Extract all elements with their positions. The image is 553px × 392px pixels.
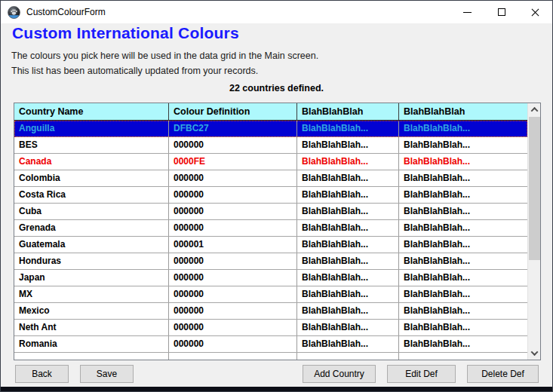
cell-col3[interactable]: BlahBlahBlah... xyxy=(297,237,399,253)
cell-col4[interactable]: BlahBlahBlah... xyxy=(399,187,527,203)
maximize-icon xyxy=(498,8,505,16)
cell-col3[interactable]: BlahBlahBlah... xyxy=(297,320,399,335)
delete-def-button[interactable]: Delete Def xyxy=(467,365,539,383)
chevron-up-icon xyxy=(531,107,539,115)
scrollbar-thumb[interactable] xyxy=(529,117,540,260)
cell-col4[interactable]: BlahBlahBlah... xyxy=(399,121,527,136)
scroll-up-button[interactable] xyxy=(528,103,541,116)
cell-country[interactable]: Romania xyxy=(14,336,169,352)
custom-colour-form-window: CustomColourForm Custom International Co… xyxy=(0,0,553,392)
page-title: Custom International Colours xyxy=(12,24,239,42)
table-row[interactable]: Honduras000000BlahBlahBlah...BlahBlahBla… xyxy=(14,253,527,270)
cell-country[interactable]: MX xyxy=(14,286,169,302)
table-row[interactable]: Guatemala000001BlahBlahBlah...BlahBlahBl… xyxy=(14,237,527,253)
cell-col4[interactable]: BlahBlahBlah... xyxy=(399,137,527,153)
column-header-0[interactable]: Country Name xyxy=(14,103,169,120)
cell-colour_def[interactable]: 000000 xyxy=(169,204,297,219)
cell-colour_def[interactable]: 000000 xyxy=(169,170,297,186)
close-icon xyxy=(531,8,539,17)
cell-country[interactable]: Canada xyxy=(14,154,169,170)
add-country-button[interactable]: Add Country xyxy=(303,365,376,383)
titlebar[interactable]: CustomColourForm xyxy=(1,1,552,23)
cell-col3[interactable]: BlahBlahBlah... xyxy=(297,220,399,236)
cell-country[interactable]: Cuba xyxy=(14,204,169,219)
cell-col4[interactable]: BlahBlahBlah... xyxy=(399,253,527,269)
cell-colour_def[interactable]: 000000 xyxy=(169,303,297,319)
column-header-2[interactable]: BlahBlahBlah xyxy=(297,103,399,120)
cell-colour_def[interactable]: 000001 xyxy=(169,237,297,253)
table-row[interactable]: AnguillaDFBC27BlahBlahBlah...BlahBlahBla… xyxy=(14,121,527,137)
window-title: CustomColourForm xyxy=(26,7,106,17)
cell-col3[interactable]: BlahBlahBlah... xyxy=(297,121,399,136)
cell-country[interactable]: Grenada xyxy=(14,220,169,236)
close-button[interactable] xyxy=(518,1,552,23)
description-line-1: The colours you pick here will be used i… xyxy=(11,51,318,61)
cell-col3[interactable]: BlahBlahBlah... xyxy=(297,137,399,153)
cell-colour_def[interactable]: 000000 xyxy=(169,336,297,352)
cell-col4[interactable]: BlahBlahBlah... xyxy=(399,303,527,319)
column-header-3[interactable]: BlahBlahBlah xyxy=(399,103,527,120)
cell-colour_def[interactable]: DFBC27 xyxy=(169,121,297,136)
minimize-button[interactable] xyxy=(450,1,484,23)
column-header-1[interactable]: Colour Definition xyxy=(169,103,297,120)
countries-count-label: 22 countries defined. xyxy=(1,83,552,93)
cell-country[interactable]: Costa Rica xyxy=(14,187,169,203)
table-row[interactable]: Grenada000000BlahBlahBlah...BlahBlahBlah… xyxy=(14,220,527,237)
table-row[interactable]: Romania000000BlahBlahBlah...BlahBlahBlah… xyxy=(14,336,527,353)
table-row[interactable]: BES000000BlahBlahBlah...BlahBlahBlah... xyxy=(14,137,527,154)
cell-country[interactable]: Mexico xyxy=(14,303,169,319)
cell-colour_def[interactable]: 000000 xyxy=(169,320,297,335)
cell-colour_def[interactable]: 000000 xyxy=(169,137,297,153)
countries-data-grid[interactable]: Country NameColour DefinitionBlahBlahBla… xyxy=(14,103,541,360)
maximize-button[interactable] xyxy=(484,1,518,23)
cell-colour_def[interactable]: 000000 xyxy=(169,187,297,203)
cell-colour_def[interactable]: 000000 xyxy=(169,253,297,269)
cell-col4[interactable]: BlahBlahBlah... xyxy=(399,204,527,219)
cell-col4[interactable]: BlahBlahBlah... xyxy=(399,286,527,302)
cell-colour_def[interactable]: 000000 xyxy=(169,220,297,236)
cell-country[interactable]: Colombia xyxy=(14,170,169,186)
cell-col4[interactable]: BlahBlahBlah... xyxy=(399,170,527,186)
cell-col3[interactable]: BlahBlahBlah... xyxy=(297,187,399,203)
cell-col3[interactable]: BlahBlahBlah... xyxy=(297,170,399,186)
cell-col4[interactable]: BlahBlahBlah... xyxy=(399,320,527,335)
back-button[interactable]: Back xyxy=(15,365,69,383)
cell-col3[interactable]: BlahBlahBlah... xyxy=(297,270,399,286)
cell-col3[interactable]: BlahBlahBlah... xyxy=(297,253,399,269)
scroll-down-button[interactable] xyxy=(528,347,541,360)
cell-country[interactable]: Anguilla xyxy=(14,121,169,136)
cell-colour_def[interactable]: 000000 xyxy=(169,270,297,286)
cell-col4[interactable]: BlahBlahBlah... xyxy=(399,270,527,286)
vertical-scrollbar[interactable] xyxy=(527,103,540,360)
save-button[interactable]: Save xyxy=(80,365,134,383)
cell-colour_def[interactable]: 000000 xyxy=(169,286,297,302)
cell-col3[interactable]: BlahBlahBlah... xyxy=(297,286,399,302)
cell-country[interactable]: Honduras xyxy=(14,253,169,269)
cell-colour_def[interactable]: 0000FE xyxy=(169,154,297,170)
table-row[interactable]: Mexico000000BlahBlahBlah...BlahBlahBlah.… xyxy=(14,303,527,320)
table-row[interactable]: Colombia000000BlahBlahBlah...BlahBlahBla… xyxy=(14,170,527,187)
description-line-2: This list has been automatically updated… xyxy=(11,66,258,76)
cell-col4[interactable]: BlahBlahBlah... xyxy=(399,237,527,253)
table-row[interactable]: Neth Ant000000BlahBlahBlah...BlahBlahBla… xyxy=(14,320,527,336)
cell-country[interactable]: Guatemala xyxy=(14,237,169,253)
window-bottom-edge xyxy=(1,387,552,391)
cell-col3[interactable]: BlahBlahBlah... xyxy=(297,154,399,170)
cell-col4[interactable]: BlahBlahBlah... xyxy=(399,336,527,352)
cell-col3[interactable]: BlahBlahBlah... xyxy=(297,336,399,352)
cell-col4[interactable]: BlahBlahBlah... xyxy=(399,154,527,170)
cell-col3[interactable]: BlahBlahBlah... xyxy=(297,204,399,219)
table-row[interactable]: Cuba000000BlahBlahBlah...BlahBlahBlah... xyxy=(14,204,527,220)
table-row[interactable]: Costa Rica000000BlahBlahBlah...BlahBlahB… xyxy=(14,187,527,204)
table-row[interactable]: Japan000000BlahBlahBlah...BlahBlahBlah..… xyxy=(14,270,527,286)
cell-col4[interactable]: BlahBlahBlah... xyxy=(399,220,527,236)
table-row[interactable]: Canada0000FEBlahBlahBlah...BlahBlahBlah.… xyxy=(14,154,527,170)
cell-col3[interactable]: BlahBlahBlah... xyxy=(297,303,399,319)
edit-def-button[interactable]: Edit Def xyxy=(387,365,456,383)
minimize-icon xyxy=(463,12,472,13)
table-row[interactable]: MX000000BlahBlahBlah...BlahBlahBlah... xyxy=(14,286,527,303)
cell-country[interactable]: Japan xyxy=(14,270,169,286)
chevron-down-icon xyxy=(531,348,539,356)
cell-country[interactable]: BES xyxy=(14,137,169,153)
cell-country[interactable]: Neth Ant xyxy=(14,320,169,335)
